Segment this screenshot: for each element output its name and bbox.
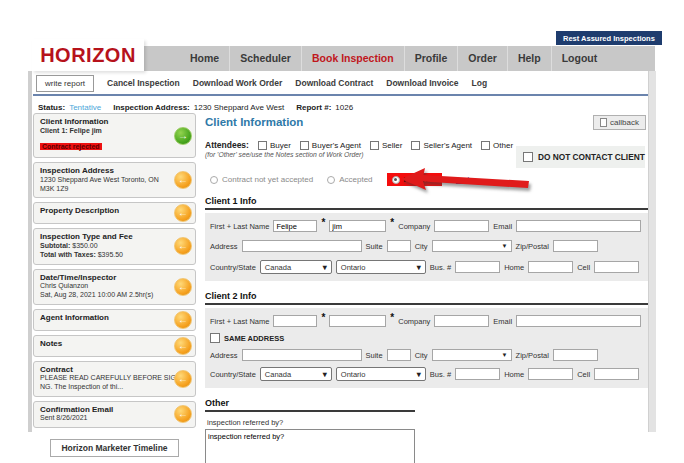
client2-suite-input[interactable] [387,349,411,361]
sidebar-panel-client-information[interactable]: Client Information Client 1: Felipe jim … [33,113,196,158]
required-mark: * [321,312,325,323]
contract-not-accepted-radio[interactable] [210,176,218,184]
attendee-buyer-checkbox[interactable] [258,141,267,150]
client1-last-name-input[interactable] [329,220,386,232]
client2-home-input[interactable] [528,368,573,380]
cell-label: Cell [577,370,590,379]
sidebar: Client Information Client 1: Felipe jim … [33,113,196,457]
bus-label: Bus. # [430,263,451,272]
cancel-inspection-link[interactable]: Cancel Inspection [107,78,180,88]
client2-state-select[interactable]: Ontario▾ [336,367,426,381]
client2-city-select[interactable]: ▼ [432,349,512,361]
expand-arrow-left-icon[interactable]: ← [174,337,192,355]
client2-form: First + Last Name * * Company Email SAME… [205,308,648,388]
action-toolbar: write report Cancel Inspection Download … [36,74,646,92]
client2-bus-input[interactable] [455,368,500,380]
sidebar-panel-inspection-address[interactable]: Inspection Address 1230 Sheppard Ave Wes… [33,162,196,198]
client2-first-name-input[interactable] [273,315,317,327]
referred-by-textarea[interactable]: inspection referred by? [205,429,415,463]
client2-zip-input[interactable] [553,349,598,361]
client1-first-name-input[interactable] [273,220,317,232]
contract-rejected-badge: Contract rejected [40,143,102,150]
inspection-address-label: Inspection Address: [113,103,190,112]
sidebar-panel-contract[interactable]: Contract PLEASE READ CAREFULLY BEFORE SI… [33,361,196,397]
log-link[interactable]: Log [472,78,488,88]
contract-accepted-radio[interactable] [327,176,335,184]
sidebar-panel-confirmation-email[interactable]: Confirmation Email Sent 8/26/2021 ← [33,401,196,428]
expand-arrow-left-icon[interactable]: ← [174,204,192,222]
logo[interactable]: HORIZON [32,39,144,71]
client2-cell-input[interactable] [594,368,639,380]
sidebar-panel-agent-information[interactable]: Agent Information ← [33,309,196,331]
client1-country-select[interactable]: Canada▾ [260,260,332,274]
client1-cell-input[interactable] [594,261,639,273]
cell-label: Cell [577,263,590,272]
client2-email-input[interactable] [516,315,641,327]
client1-address-input[interactable] [242,240,362,252]
nav-help[interactable]: Help [507,46,551,71]
client1-form: First + Last Name * * Company Email Addr… [205,213,648,281]
chevron-down-icon: ▾ [417,370,421,379]
chevron-down-icon: ▾ [417,263,421,272]
status-label: Status: [38,103,65,112]
required-mark: * [390,312,394,323]
sidebar-panel-notes[interactable]: Notes ← [33,335,196,357]
company-label: Company [398,222,430,231]
download-contract-link[interactable]: Download Contract [295,78,373,88]
horizon-marketer-timeline-button[interactable]: Horizon Marketer Timeline [50,439,178,457]
zip-label: Zip/Postal [516,242,549,251]
report-number-label: Report #: [296,103,331,112]
client2-company-input[interactable] [434,315,489,327]
client2-address-input[interactable] [242,349,362,361]
vertical-scrollbar[interactable] [648,71,656,432]
client1-suite-input[interactable] [387,240,411,252]
expand-arrow-left-icon[interactable]: ← [174,311,192,329]
attendee-other-checkbox[interactable] [481,141,490,150]
expand-arrow-left-icon[interactable]: ← [174,171,192,189]
zip-label: Zip/Postal [516,351,549,360]
page: Rest Assured Inspections Home Scheduler … [0,0,684,463]
download-work-order-link[interactable]: Download Work Order [193,78,283,88]
annotation-arrow [398,165,533,199]
client1-email-input[interactable] [516,220,641,232]
client2-last-name-input[interactable] [329,315,386,327]
expand-arrow-left-icon[interactable]: ← [174,278,192,296]
sidebar-panel-property-description[interactable]: Property Description ← [33,202,196,224]
city-label: City [415,351,428,360]
write-report-button[interactable]: write report [36,75,94,92]
client1-home-input[interactable] [528,261,573,273]
required-mark: * [321,217,325,228]
nav-book-inspection[interactable]: Book Inspection [301,46,404,71]
nav-home[interactable]: Home [180,46,229,71]
attendee-seller-checkbox[interactable] [370,141,379,150]
sidebar-panel-inspection-type-fee[interactable]: Inspection Type and Fee Subtotal: $350.0… [33,228,196,264]
client1-bus-input[interactable] [455,261,500,273]
nav-profile[interactable]: Profile [404,46,458,71]
expand-arrow-left-icon[interactable]: ← [174,405,192,423]
suite-label: Suite [366,242,383,251]
nav-logout[interactable]: Logout [551,46,608,71]
status-value: Tentative [69,103,101,112]
expand-arrow-left-icon[interactable]: ← [174,237,192,255]
address-label: Address [210,351,238,360]
email-label: Email [493,222,512,231]
home-label: Home [504,370,524,379]
attendee-sellers-agent-checkbox[interactable] [411,141,420,150]
client1-city-select[interactable]: ▼ [432,240,512,252]
client1-company-input[interactable] [434,220,489,232]
expand-arrow-left-icon[interactable]: ← [174,370,192,388]
client2-country-select[interactable]: Canada▾ [260,367,332,381]
do-not-contact-checkbox[interactable] [523,152,533,162]
callback-button[interactable]: callback [593,115,646,130]
nav-order[interactable]: Order [457,46,507,71]
download-invoice-link[interactable]: Download Invoice [386,78,458,88]
nav-scheduler[interactable]: Scheduler [229,46,301,71]
same-address-checkbox[interactable] [210,333,220,343]
sidebar-panel-date-time-inspector[interactable]: Date/Time/Inspector Chris Quianzon Sat, … [33,269,196,305]
client1-zip-input[interactable] [553,240,598,252]
client1-state-select[interactable]: Ontario▾ [336,260,426,274]
collapse-arrow-right-icon[interactable]: → [174,127,192,145]
attendee-buyers-agent-checkbox[interactable] [300,141,309,150]
country-state-label: Country/State [210,263,256,272]
bus-label: Bus. # [430,370,451,379]
